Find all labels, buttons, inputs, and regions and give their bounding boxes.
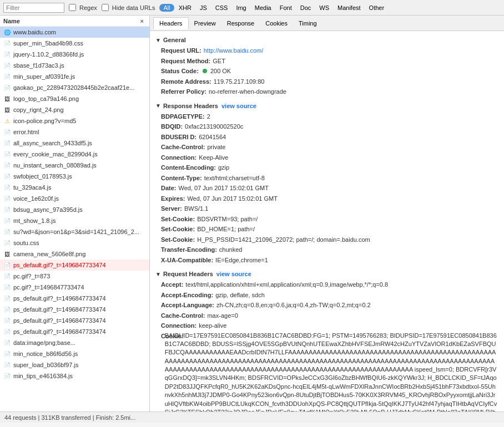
file-item[interactable]: 📄mt_show_1.8.js — [0, 215, 149, 226]
file-type-icon: 📄 — [3, 239, 11, 247]
file-item[interactable]: 🖼logo_top_ca79a146.png — [0, 93, 149, 104]
file-name-label: voice_1e62c0f.js — [13, 195, 59, 202]
filter-input[interactable] — [3, 3, 64, 13]
file-type-icon: 📄 — [3, 84, 11, 92]
regex-label: Regex — [79, 4, 97, 11]
file-item[interactable]: 📄swfobject_0178953.js — [0, 171, 149, 182]
toolbar: Regex Hide data URLs AllXHRJSCSSImgMedia… — [0, 0, 504, 16]
response-header-name: Date: — [161, 184, 177, 193]
file-item[interactable]: 📄su?wd=&json=on1&p=3&sid=1421_21096_2... — [0, 226, 149, 237]
file-item[interactable]: 📄sbase_f1d73ac3.js — [0, 60, 149, 71]
file-name-label: camera_new_5606e8f.png — [13, 251, 85, 257]
toolbar-tab-ws[interactable]: WS — [315, 4, 333, 12]
referrer-policy-value: no-referrer-when-downgrade — [209, 87, 286, 96]
request-headers-section-header[interactable]: ▼ Request Headers view source — [155, 268, 498, 279]
file-item[interactable]: 🌐www.baidu.com — [0, 27, 149, 38]
request-url-link[interactable]: http://www.baidu.com/ — [204, 47, 264, 54]
file-type-icon: 📄 — [3, 283, 11, 291]
file-name-label: min_super_af0391fe.js — [13, 73, 75, 80]
toolbar-tab-manifest[interactable]: Manifest — [334, 4, 365, 12]
file-type-icon: 🌐 — [3, 28, 11, 36]
response-header-value: 0xfac213190002520c — [185, 122, 243, 131]
regex-checkbox[interactable] — [69, 4, 76, 11]
file-item[interactable]: 📄ps_default.gif?_t=1496847733474 — [0, 315, 149, 326]
response-header-value: IE=Edge,chrome=1 — [215, 256, 268, 265]
hide-data-urls-checkbox[interactable] — [102, 4, 109, 11]
file-item[interactable]: ⚠icon-police.png?v=md5 — [0, 115, 149, 126]
file-item[interactable]: 📄jquery-1.10.2_d88366fd.js — [0, 49, 149, 60]
general-triangle-icon: ▼ — [155, 37, 161, 43]
toolbar-tab-img[interactable]: Img — [232, 4, 250, 12]
file-item[interactable]: 📄bdsug_async_97a395d.js — [0, 204, 149, 215]
file-item[interactable]: 📄pc.gif?_t=873 — [0, 271, 149, 282]
request-header-name: Accept-Language: — [161, 301, 214, 310]
file-item[interactable]: 📄nu_instant_search_08089ad.js — [0, 160, 149, 171]
file-item[interactable]: 📄ps_default.gif?_t=1496847733474 — [0, 326, 149, 337]
file-item[interactable]: 📄min_super_af0391fe.js — [0, 71, 149, 82]
toolbar-tab-media[interactable]: Media — [251, 4, 275, 12]
sub-tab-preview[interactable]: Preview — [189, 17, 221, 29]
response-header-value: Wed, 07 Jun 2017 15:02:01 GMT — [179, 184, 269, 193]
request-header-name: Cache-Control: — [161, 311, 205, 321]
response-headers-view-source[interactable]: view source — [221, 103, 256, 109]
file-item[interactable]: 📄pc.gif?_t=1496847733474 — [0, 282, 149, 293]
response-header-name: Set-Cookie: — [161, 235, 195, 245]
file-item[interactable]: 📄data:image/png;base... — [0, 337, 149, 348]
response-header-name: Content-Encoding: — [161, 163, 216, 172]
toolbar-tab-js[interactable]: JS — [196, 4, 211, 12]
file-item[interactable]: 🖼camera_new_5606e8f.png — [0, 248, 149, 260]
response-header-name: X-UA-Compatible: — [161, 256, 213, 265]
general-section-header[interactable]: ▼ General — [155, 34, 498, 45]
response-header-row: X-UA-Compatible:IE=Edge,chrome=1 — [161, 255, 498, 266]
file-type-icon: 📄 — [3, 139, 11, 147]
remote-address-row: Remote Address: 119.75.217.109:80 — [161, 77, 498, 87]
file-item[interactable]: 📄ps_default.gif?_t=1496847733474 — [0, 293, 149, 304]
file-name-label: gaokao_pc_22894732028445b2e2caaf21e... — [13, 84, 134, 91]
bottom-bar: 44 requests | 311KB transferred | Finish… — [0, 411, 504, 423]
file-list: Name × 🌐www.baidu.com📄super_min_5bad4b98… — [0, 16, 150, 411]
request-header-name: Accept-Encoding: — [161, 291, 213, 300]
toolbar-tab-css[interactable]: CSS — [211, 4, 232, 12]
sub-tab-response[interactable]: Response — [221, 17, 260, 29]
sub-tab-headers[interactable]: Headers — [153, 17, 189, 29]
file-item[interactable]: 🖼copy_rignt_24.png — [0, 104, 149, 115]
file-item[interactable]: 📄min_notice_b86f6d56.js — [0, 348, 149, 359]
toolbar-tab-font[interactable]: Font — [276, 4, 296, 12]
toolbar-tab-all[interactable]: All — [159, 4, 174, 12]
sub-tab-timing[interactable]: Timing — [293, 17, 322, 29]
file-type-icon: 📄 — [3, 294, 11, 302]
file-item[interactable]: 📄error.html — [0, 126, 149, 138]
referrer-policy-row: Referrer Policy: no-referrer-when-downgr… — [161, 87, 498, 97]
file-item[interactable]: 📄ps_default.gif?_t=1496847733474 — [0, 304, 149, 315]
request-headers-view-source[interactable]: view source — [216, 271, 251, 277]
file-type-icon: 📄 — [3, 172, 11, 180]
file-item[interactable]: 📄super_min_5bad4b98.css — [0, 38, 149, 49]
request-header-value: gzip, deflate, sdch — [215, 291, 265, 300]
file-name-label: ps_default.gif?_t=1496847733474 — [13, 295, 106, 302]
file-item[interactable]: 📄every_cookie_mac_82990d4.js — [0, 149, 149, 160]
toolbar-tab-doc[interactable]: Doc — [296, 4, 315, 12]
sub-tab-cookies[interactable]: Cookies — [260, 17, 293, 29]
response-header-name: Cache-Control: — [161, 143, 205, 152]
close-panel-button[interactable]: × — [138, 18, 146, 24]
file-item[interactable]: 📄tu_329aca4.js — [0, 182, 149, 193]
file-item[interactable]: 📄soutu.css — [0, 237, 149, 248]
file-item[interactable]: 📄ps_default.gif?_t=1496847733474 — [0, 260, 149, 271]
file-item[interactable]: 📄gaokao_pc_22894732028445b2e2caaf21e... — [0, 82, 149, 93]
main-layout: Name × 🌐www.baidu.com📄super_min_5bad4b98… — [0, 16, 504, 411]
file-item[interactable]: 📄super_load_b036bf97.js — [0, 359, 149, 370]
file-name-label: nu_instant_search_08089ad.js — [13, 162, 97, 169]
response-header-row: Content-Type:text/html;charset=utf-8 — [161, 173, 498, 184]
status-code-text: 200 OK — [210, 68, 231, 74]
toolbar-tab-other[interactable]: Other — [365, 4, 389, 12]
file-name-label: super_min_5bad4b98.css — [13, 40, 83, 47]
response-header-name: BDPAGETYPE: — [161, 112, 205, 121]
response-headers-section-header[interactable]: ▼ Response Headers view source — [155, 100, 498, 111]
file-item[interactable]: 📄voice_1e62c0f.js — [0, 193, 149, 204]
file-item[interactable]: 📄all_async_search_9433df5.js — [0, 138, 149, 149]
response-header-row: Expires:Wed, 07 Jun 2017 15:02:01 GMT — [161, 194, 498, 204]
toolbar-tab-xhr[interactable]: XHR — [175, 4, 195, 12]
file-name-label: tu_329aca4.js — [13, 184, 52, 191]
request-header-row: Cookie:BAIDUID=17E97591EC0850841B836B1C7… — [161, 331, 498, 412]
file-item[interactable]: 📄min_tips_e4616384.js — [0, 370, 149, 382]
